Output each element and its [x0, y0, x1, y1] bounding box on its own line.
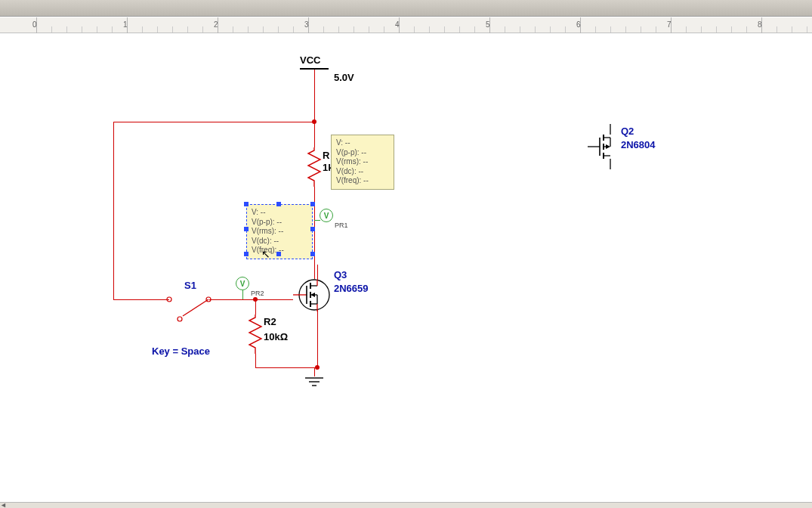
selection-handle[interactable] [244, 202, 249, 206]
wire-left-down [113, 122, 114, 299]
r2-value: 10kΩ [264, 331, 288, 342]
tt2-line-vdc: V(dc): -- [252, 237, 307, 246]
q3-name: Q3 [334, 269, 347, 280]
wire-top-left [113, 122, 314, 122]
tt1-line-vrms: V(rms): -- [336, 157, 389, 167]
wire-r2-down [255, 354, 256, 367]
q3-part: 2N6659 [334, 283, 369, 294]
r2-name: R2 [264, 316, 276, 327]
resistor-r1[interactable] [308, 147, 320, 187]
window-frame-top [0, 0, 812, 17]
switch-s1[interactable] [162, 284, 222, 330]
s1-key: Key = Space [152, 345, 210, 357]
probe-tooltip-pr1: V: -- V(p-p): -- V(rms): -- V(dc): -- V(… [331, 135, 394, 190]
tt1-line-vfreq: V(freq): -- [336, 176, 389, 186]
ruler-tick-label: 4 [395, 20, 400, 29]
svg-point-15 [178, 317, 182, 321]
probe-tooltip-pr2-selected[interactable]: V: -- V(p-p): -- V(rms): -- V(dc): -- V(… [246, 204, 313, 259]
svg-line-16 [183, 299, 208, 316]
ruler-tick-label: 6 [576, 20, 581, 29]
ruler-tick-label: 2 [214, 20, 218, 29]
wire-r1-bottom [314, 187, 315, 279]
vcc-value: 5.0V [334, 72, 354, 83]
selection-handle[interactable] [276, 252, 281, 256]
horizontal-ruler: 012345678 [0, 17, 812, 33]
junction-bottom [315, 365, 320, 370]
probe-pr2-lead [242, 290, 243, 299]
probe-pr1-lead [314, 220, 320, 221]
ruler-tick-label: 7 [667, 20, 672, 29]
svg-marker-29 [606, 144, 610, 149]
cursor-arrow-icon: ↖ [261, 248, 270, 260]
schematic-canvas[interactable]: VCC 5.0V R 1k V: -- V(p-p): -- V(rms): -… [0, 33, 812, 502]
wire-q3-source [317, 310, 318, 367]
tt2-line-vrms: V(rms): -- [252, 227, 307, 237]
tt1-line-vdc: V(dc): -- [336, 167, 389, 177]
ruler-tick-label: 1 [123, 20, 128, 29]
wire-to-gnd [314, 367, 315, 376]
selection-handle[interactable] [244, 227, 249, 231]
pr1-label: PR1 [335, 221, 348, 229]
wire-left-to-switch [113, 299, 169, 300]
wire-gate-down [255, 299, 256, 314]
tt2-line-v: V: -- [252, 208, 307, 218]
voltage-probe-pr2[interactable]: V [236, 277, 249, 290]
voltage-probe-pr1[interactable]: V [320, 209, 333, 222]
selection-handle[interactable] [244, 252, 249, 256]
selection-handle[interactable] [310, 227, 315, 231]
wire-bottom [255, 367, 318, 368]
q2-part: 2N6804 [621, 139, 656, 150]
ruler-tick-label: 0 [32, 20, 37, 29]
status-bar: ◄ [0, 502, 812, 508]
tt1-line-vpp: V(p-p): -- [336, 148, 389, 158]
r1-name: R [323, 150, 329, 161]
selection-handle[interactable] [310, 202, 315, 206]
ruler-tick-label: 8 [758, 20, 762, 29]
vcc-label: VCC [300, 54, 320, 66]
selection-handle[interactable] [310, 252, 315, 256]
ruler-tick-label: 5 [486, 20, 490, 29]
ruler-tick-label: 3 [304, 20, 309, 29]
wire-vcc-down [314, 70, 315, 122]
ground-icon [304, 376, 325, 389]
svg-point-13 [167, 297, 171, 302]
selection-handle[interactable] [276, 202, 281, 206]
wire-r1-top [314, 122, 315, 147]
scroll-left-icon[interactable]: ◄ [0, 501, 8, 508]
wire-q3-drain [317, 265, 318, 280]
tt1-line-v: V: -- [336, 138, 389, 148]
tt2-line-vpp: V(p-p): -- [252, 218, 307, 228]
resistor-r2[interactable] [249, 314, 261, 354]
q2-name: Q2 [621, 125, 634, 137]
pr2-label: PR2 [251, 290, 264, 297]
s1-name: S1 [184, 280, 196, 291]
